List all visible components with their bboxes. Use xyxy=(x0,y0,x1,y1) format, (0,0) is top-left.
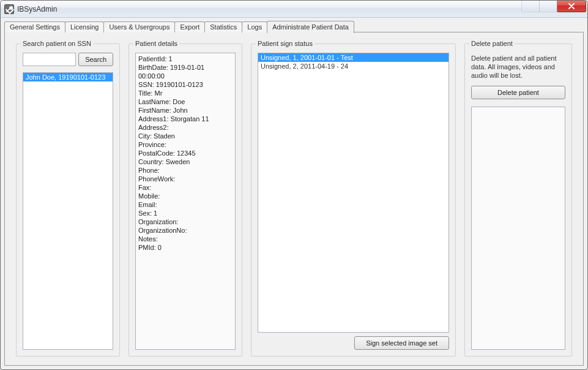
delete-log-panel[interactable] xyxy=(471,107,565,350)
search-results-list[interactable]: John Doe, 19190101-0123 xyxy=(23,72,113,350)
group-search-patient: Search patient on SSN Search John Doe, 1… xyxy=(16,43,120,357)
client-area: General Settings Licensing Users & Userg… xyxy=(4,20,584,366)
patient-details-text[interactable]: PatientId: 1 BirthDate: 1919-01-01 00:00… xyxy=(135,53,236,350)
delete-patient-button[interactable]: Delete patient xyxy=(471,86,565,99)
close-button[interactable] xyxy=(557,0,586,12)
group-delete-label: Delete patient xyxy=(469,40,515,47)
tab-general-settings[interactable]: General Settings xyxy=(4,21,65,32)
group-patient-details: Patient details PatientId: 1 BirthDate: … xyxy=(128,43,242,357)
group-sign-status: Patient sign status Unsigned, 1, 2001-01… xyxy=(251,43,456,357)
close-icon xyxy=(568,3,575,9)
maximize-button[interactable] xyxy=(539,0,557,12)
group-search-label: Search patient on SSN xyxy=(21,40,93,47)
tab-users-usergroups[interactable]: Users & Usergroups xyxy=(103,21,175,32)
tab-logs[interactable]: Logs xyxy=(242,21,267,32)
group-sign-status-label: Patient sign status xyxy=(256,40,314,47)
tabpanel: Search patient on SSN Search John Doe, 1… xyxy=(4,32,584,366)
sign-selected-button[interactable]: Sign selected image set xyxy=(354,336,449,350)
minimize-button[interactable] xyxy=(521,0,540,12)
tab-export[interactable]: Export xyxy=(174,21,205,32)
group-delete-patient: Delete patient Delete patient and all pa… xyxy=(464,43,572,357)
sign-status-item[interactable]: Unsigned, 2, 2011-04-19 - 24 xyxy=(258,62,448,70)
sign-status-item[interactable]: Unsigned, 1, 2001-01-01 - Test xyxy=(258,53,448,62)
window-title: IBSysAdmin xyxy=(17,5,585,13)
tab-administrate-patient-data[interactable]: Administrate Patient Data xyxy=(267,21,354,33)
app-icon xyxy=(4,4,14,14)
search-button[interactable]: Search xyxy=(78,53,113,66)
tab-licensing[interactable]: Licensing xyxy=(65,21,104,32)
titlebar: IBSysAdmin xyxy=(1,1,587,18)
sign-status-list[interactable]: Unsigned, 1, 2001-01-01 - Test Unsigned,… xyxy=(258,53,449,333)
columns: Search patient on SSN Search John Doe, 1… xyxy=(16,43,572,357)
search-result-item[interactable]: John Doe, 19190101-0123 xyxy=(23,73,113,81)
tabstrip: General Settings Licensing Users & Userg… xyxy=(4,20,584,32)
tab-statistics[interactable]: Statistics xyxy=(204,21,242,32)
app-window: Backup Manager IBSysAdmin General Settin… xyxy=(0,0,588,370)
search-ssn-input[interactable] xyxy=(23,53,76,66)
delete-description: Delete patient and all patient data. All… xyxy=(471,54,565,80)
window-buttons xyxy=(522,0,586,12)
group-patient-details-label: Patient details xyxy=(133,40,179,47)
